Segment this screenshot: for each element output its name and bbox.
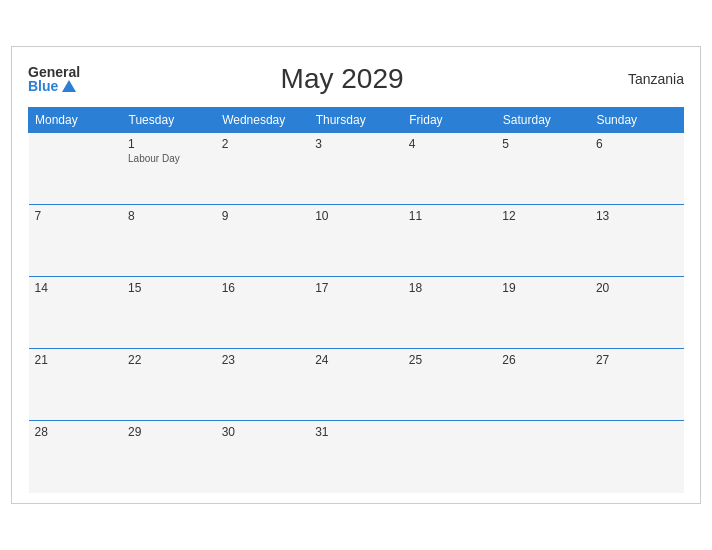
table-row: 30 [216, 421, 310, 493]
table-row: 18 [403, 277, 497, 349]
day-number: 10 [315, 209, 397, 223]
table-row: 4 [403, 133, 497, 205]
col-thursday: Thursday [309, 108, 403, 133]
table-row: 10 [309, 205, 403, 277]
calendar-header-row: Monday Tuesday Wednesday Thursday Friday… [29, 108, 684, 133]
calendar-week-row: 28293031 [29, 421, 684, 493]
table-row [403, 421, 497, 493]
table-row: 11 [403, 205, 497, 277]
table-row: 19 [496, 277, 590, 349]
calendar-week-row: 21222324252627 [29, 349, 684, 421]
table-row [496, 421, 590, 493]
calendar-week-row: 14151617181920 [29, 277, 684, 349]
table-row: 6 [590, 133, 684, 205]
day-number: 28 [35, 425, 117, 439]
day-number: 12 [502, 209, 584, 223]
day-number: 16 [222, 281, 304, 295]
logo-triangle-icon [62, 80, 76, 92]
table-row: 23 [216, 349, 310, 421]
table-row: 12 [496, 205, 590, 277]
day-number: 29 [128, 425, 210, 439]
day-number: 23 [222, 353, 304, 367]
logo: General Blue [28, 65, 80, 93]
calendar-week-row: 1Labour Day23456 [29, 133, 684, 205]
col-tuesday: Tuesday [122, 108, 216, 133]
day-number: 30 [222, 425, 304, 439]
day-number: 11 [409, 209, 491, 223]
col-saturday: Saturday [496, 108, 590, 133]
day-number: 19 [502, 281, 584, 295]
day-number: 18 [409, 281, 491, 295]
day-number: 8 [128, 209, 210, 223]
day-number: 1 [128, 137, 210, 151]
calendar-country: Tanzania [604, 71, 684, 87]
day-number: 6 [596, 137, 678, 151]
table-row: 5 [496, 133, 590, 205]
day-number: 26 [502, 353, 584, 367]
table-row: 8 [122, 205, 216, 277]
logo-general-text: General [28, 65, 80, 79]
calendar-grid: Monday Tuesday Wednesday Thursday Friday… [28, 107, 684, 493]
day-number: 31 [315, 425, 397, 439]
table-row: 24 [309, 349, 403, 421]
day-number: 27 [596, 353, 678, 367]
table-row: 22 [122, 349, 216, 421]
table-row: 3 [309, 133, 403, 205]
table-row: 1Labour Day [122, 133, 216, 205]
table-row [29, 133, 123, 205]
table-row: 31 [309, 421, 403, 493]
day-number: 14 [35, 281, 117, 295]
calendar-container: General Blue May 2029 Tanzania Monday Tu… [11, 46, 701, 504]
day-number: 25 [409, 353, 491, 367]
day-number: 22 [128, 353, 210, 367]
day-event: Labour Day [128, 153, 210, 164]
day-number: 5 [502, 137, 584, 151]
day-number: 15 [128, 281, 210, 295]
table-row: 7 [29, 205, 123, 277]
table-row: 28 [29, 421, 123, 493]
col-wednesday: Wednesday [216, 108, 310, 133]
col-sunday: Sunday [590, 108, 684, 133]
table-row: 29 [122, 421, 216, 493]
table-row [590, 421, 684, 493]
col-friday: Friday [403, 108, 497, 133]
col-monday: Monday [29, 108, 123, 133]
day-number: 20 [596, 281, 678, 295]
table-row: 9 [216, 205, 310, 277]
day-number: 21 [35, 353, 117, 367]
table-row: 27 [590, 349, 684, 421]
day-number: 2 [222, 137, 304, 151]
day-number: 3 [315, 137, 397, 151]
table-row: 13 [590, 205, 684, 277]
day-number: 4 [409, 137, 491, 151]
table-row: 20 [590, 277, 684, 349]
calendar-week-row: 78910111213 [29, 205, 684, 277]
day-number: 24 [315, 353, 397, 367]
day-number: 13 [596, 209, 678, 223]
table-row: 16 [216, 277, 310, 349]
table-row: 15 [122, 277, 216, 349]
calendar-header: General Blue May 2029 Tanzania [28, 63, 684, 95]
day-number: 17 [315, 281, 397, 295]
table-row: 21 [29, 349, 123, 421]
table-row: 14 [29, 277, 123, 349]
table-row: 2 [216, 133, 310, 205]
day-number: 9 [222, 209, 304, 223]
day-number: 7 [35, 209, 117, 223]
table-row: 17 [309, 277, 403, 349]
table-row: 26 [496, 349, 590, 421]
calendar-title: May 2029 [80, 63, 604, 95]
logo-blue-text: Blue [28, 79, 80, 93]
table-row: 25 [403, 349, 497, 421]
